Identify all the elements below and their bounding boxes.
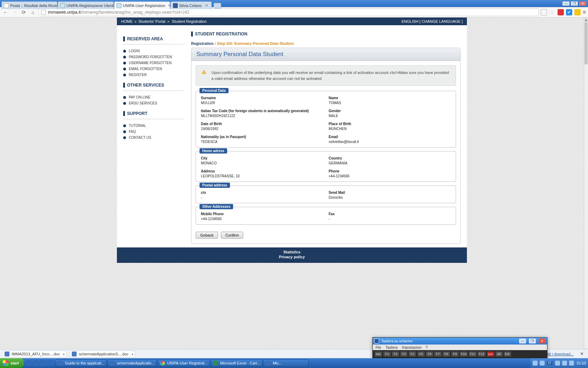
bookmark-star-icon[interactable]: ☆ xyxy=(549,9,555,15)
osk-key[interactable]: esc xyxy=(374,351,382,357)
breadcrumb-portal[interactable]: Students' Portal xyxy=(138,19,165,23)
sidebar-heading: RESERVED AREA xyxy=(123,36,183,41)
tray-app-icon[interactable] xyxy=(569,361,574,366)
osk-maximize-button[interactable]: ❐ xyxy=(529,339,536,343)
download-file[interactable]: schermateApplicativeS....doc ▾ xyxy=(69,350,135,357)
notice-text: Upon confirmation of the underlying data… xyxy=(211,70,449,81)
scroll-thumb[interactable] xyxy=(584,22,588,64)
chevron-down-icon[interactable]: ▾ xyxy=(132,353,133,356)
osk-key[interactable]: psc xyxy=(487,351,495,357)
taskbar-app-button[interactable]: Mic... xyxy=(263,359,309,367)
osk-key[interactable]: F1 xyxy=(383,351,391,357)
tray-printer-icon[interactable] xyxy=(533,361,538,366)
address-bar[interactable]: immaweb.unipa.it/immareg/facelets/anag/i… xyxy=(38,8,539,16)
field-value: GERMANIA xyxy=(329,161,451,165)
translate-icon[interactable] xyxy=(541,9,547,15)
browser-menu-icon[interactable]: ≡ xyxy=(583,9,586,15)
browser-tab-active[interactable]: UNIPA-User Registration ✕ xyxy=(114,1,170,9)
field-label: Email xyxy=(329,135,451,139)
tray-volume-icon[interactable] xyxy=(555,361,560,366)
window-close-button[interactable]: ✕ xyxy=(579,1,587,6)
osk-key[interactable]: F3 xyxy=(400,351,408,357)
sidebar-item[interactable]: TUTORIAL xyxy=(123,123,183,129)
close-download-shelf-icon[interactable]: ✕ xyxy=(580,351,584,356)
field-value: MALE xyxy=(329,114,451,118)
extension-icon[interactable] xyxy=(558,9,564,15)
home-button[interactable]: ⌂ xyxy=(29,9,36,16)
sidebar-item[interactable]: EMAIL FORGOTTEN xyxy=(123,66,183,72)
chevron-down-icon[interactable]: ▾ xyxy=(63,353,65,356)
browser-tab[interactable]: Silvia Celano ✕ xyxy=(170,1,212,9)
extension-icon[interactable] xyxy=(574,9,581,15)
taskbar-app-button[interactable]: Microsoft Excel - Cart... xyxy=(211,359,262,367)
sidebar-item[interactable]: FAQ xyxy=(123,129,183,135)
back-button[interactable]: ← xyxy=(2,9,9,16)
osk-key[interactable]: F8 xyxy=(442,351,450,357)
osk-key[interactable]: slk xyxy=(495,351,503,357)
tray-shield-icon[interactable] xyxy=(562,361,567,366)
postal-address-group: Postal address c/o-Send MailDomicilio xyxy=(196,185,456,203)
browser-tab[interactable]: Posta :: Risultati della Ricerc ✕ xyxy=(1,1,57,9)
tab-close-icon[interactable]: ✕ xyxy=(168,4,170,8)
sidebar-item[interactable]: ERSU SERVICES xyxy=(123,100,183,106)
breadcrumb-home[interactable]: HOME xyxy=(121,19,133,23)
ql-mail-icon[interactable] xyxy=(33,360,39,366)
osk-key[interactable]: F5 xyxy=(417,351,425,357)
taskbar-app-button[interactable]: schermateApplicativ... xyxy=(107,359,157,367)
sidebar-item[interactable]: PAY ON-LINE xyxy=(123,94,183,100)
site-icon xyxy=(60,3,65,8)
sidebar-item[interactable]: CONTACT US xyxy=(123,135,183,141)
tray-network-icon[interactable] xyxy=(540,361,545,366)
osk-key[interactable]: F4 xyxy=(408,351,416,357)
osk-key[interactable]: F12 xyxy=(477,351,486,357)
language-indicator[interactable]: IT xyxy=(547,361,553,366)
sidebar-item[interactable]: REGISTER xyxy=(123,72,183,78)
osk-key[interactable]: brk xyxy=(504,351,511,357)
footer-statistics[interactable]: Statistics xyxy=(117,250,467,254)
ql-media-icon[interactable] xyxy=(47,360,53,366)
group-legend: Home adress xyxy=(200,148,227,154)
goback-button[interactable]: Goback xyxy=(196,232,218,239)
maximize-button[interactable]: ❐ xyxy=(570,1,578,6)
taskbar-app-button[interactable]: UNIPA-User Registrat... xyxy=(158,359,210,367)
taskbar-app-button[interactable]: Guide to the applicati... xyxy=(56,359,107,367)
osk-key[interactable]: F10 xyxy=(460,351,468,357)
osk-key[interactable]: F9 xyxy=(451,351,459,357)
start-label: start xyxy=(10,361,19,365)
tray-clock[interactable]: 15.53 xyxy=(576,361,586,365)
download-file[interactable]: IMMA2013_AFU_Inco....doc ▾ xyxy=(2,350,66,357)
osk-key[interactable]: F6 xyxy=(426,351,433,357)
sidebar-item[interactable]: PASSWORD FORGOTTEN xyxy=(123,54,183,60)
confirm-button[interactable]: Confirm xyxy=(221,232,244,239)
start-button[interactable]: start xyxy=(0,358,24,368)
extension-icon[interactable]: ✔ xyxy=(566,9,572,15)
osk-minimize-button[interactable]: — xyxy=(519,339,526,343)
tab-close-icon[interactable]: ✕ xyxy=(204,4,209,8)
app-icon xyxy=(110,361,115,366)
sidebar-item[interactable]: USERNAME FORGOTTEN xyxy=(123,60,183,66)
onscreen-keyboard[interactable]: Tastiera su schermo — ❐ ✕ File Tastiera … xyxy=(372,337,547,358)
scroll-up-arrow[interactable]: ▲ xyxy=(584,18,588,22)
ql-ie-icon[interactable] xyxy=(26,360,32,366)
footer-privacy[interactable]: Privacy policy xyxy=(117,254,467,259)
osk-menu-item[interactable]: Tastiera xyxy=(385,346,398,349)
browser-tab[interactable]: UNIPA-Registrazione Utenti ✕ xyxy=(58,1,114,9)
reload-button[interactable]: ⟳ xyxy=(20,9,27,16)
vertical-scrollbar[interactable]: ▲ ▼ xyxy=(584,18,588,353)
sidebar-item[interactable]: LOGIN xyxy=(123,48,183,54)
forward-button[interactable]: → xyxy=(11,9,18,16)
ql-desktop-icon[interactable] xyxy=(40,360,46,366)
osk-menu-item[interactable]: Impostazioni xyxy=(402,346,421,349)
osk-menu-item[interactable]: ? xyxy=(426,346,428,349)
change-language-link[interactable]: ENGLISH [ CHANGE LANGUAGE ] xyxy=(401,19,463,23)
osk-titlebar[interactable]: Tastiera su schermo — ❐ ✕ xyxy=(373,338,547,345)
osk-menu-item[interactable]: File xyxy=(376,346,381,349)
new-tab-button[interactable] xyxy=(214,3,221,8)
osk-key[interactable]: F7 xyxy=(434,351,442,357)
minimize-button[interactable]: — xyxy=(562,1,570,6)
app-icon xyxy=(160,361,165,366)
osk-close-button[interactable]: ✕ xyxy=(539,339,546,343)
field-value: MONACO xyxy=(201,161,323,165)
osk-key[interactable]: F11 xyxy=(469,351,477,357)
osk-key[interactable]: F2 xyxy=(392,351,399,357)
